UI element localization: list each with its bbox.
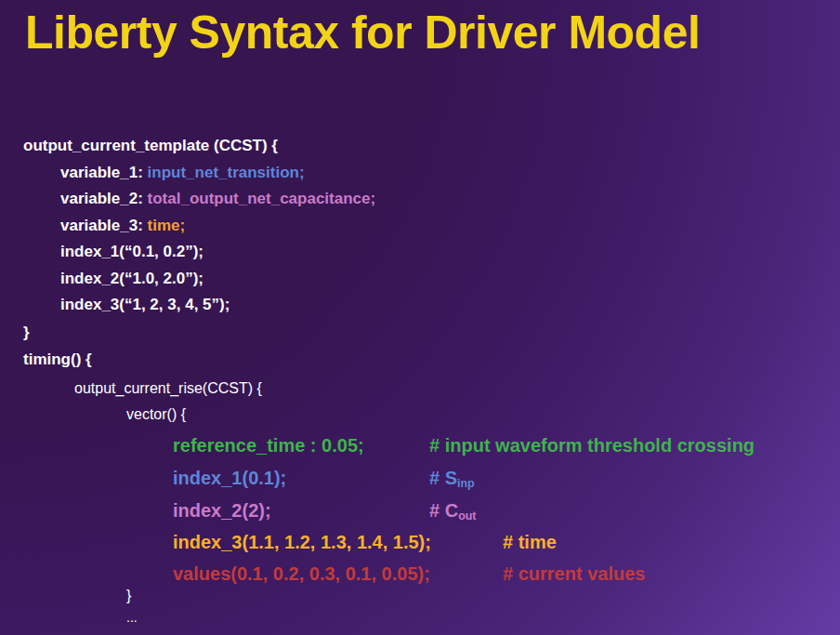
- code-comment: # input waveform threshold crossing: [429, 435, 755, 456]
- code-comment: # Cout: [429, 500, 476, 522]
- code-segment: index_2(“1.0, 2.0”);: [60, 270, 203, 287]
- code-text: reference_time : 0.05;: [173, 435, 364, 456]
- code-text: timing() {: [23, 351, 92, 369]
- code-text: output_current_template (CCST) {: [23, 137, 278, 155]
- code-text: index_1(“0.1, 0.2”);: [60, 243, 203, 261]
- code-segment: index_3(“1, 2, 3, 4, 5”);: [60, 296, 230, 313]
- code-segment: index_3(1.1, 1.2, 1.3, 1.4, 1.5);: [173, 532, 431, 552]
- code-text: variable_2: total_output_net_capacitance…: [60, 190, 375, 208]
- code-segment: variable_1:: [60, 164, 148, 181]
- code-text: values(0.1, 0.2, 0.3, 0.1, 0.05);: [173, 563, 430, 585]
- code-segment: total_output_net_capacitance;: [148, 190, 376, 207]
- code-subscript: out: [458, 509, 476, 523]
- slide: Liberty Syntax for Driver Model output_c…: [0, 0, 840, 635]
- code-segment: output_current_template (CCST) {: [23, 137, 278, 154]
- code-text: variable_3: time;: [60, 217, 185, 235]
- code-segment: reference_time : 0.05;: [173, 435, 364, 456]
- code-text: }: [23, 324, 30, 342]
- code-segment: # C: [429, 500, 458, 521]
- code-segment: index_2(2);: [173, 500, 271, 521]
- code-segment: }: [23, 324, 30, 341]
- code-text: index_2(2);: [173, 500, 271, 522]
- code-text: output_current_rise(CCST) {: [74, 380, 262, 397]
- code-segment: # time: [503, 532, 557, 552]
- code-segment: variable_2:: [60, 190, 148, 207]
- code-comment: # time: [503, 532, 557, 553]
- code-text: index_3(1.1, 1.2, 1.3, 1.4, 1.5);: [173, 532, 431, 553]
- code-comment: # current values: [503, 563, 645, 585]
- code-text: index_1(0.1);: [173, 468, 286, 489]
- code-segment: # current values: [503, 563, 645, 584]
- code-segment: timing() {: [23, 351, 92, 368]
- code-text: ...: [126, 610, 138, 625]
- code-segment: variable_3:: [60, 217, 148, 234]
- code-block: output_current_template (CCST) {variable…: [0, 0, 840, 635]
- code-text: index_2(“1.0, 2.0”);: [60, 270, 203, 288]
- code-segment: index_1(“0.1, 0.2”);: [60, 243, 203, 260]
- code-subscript: inp: [457, 477, 475, 490]
- code-text: variable_1: input_net_transition;: [60, 164, 305, 182]
- code-comment: # Sinp: [429, 468, 475, 489]
- code-segment: values(0.1, 0.2, 0.3, 0.1, 0.05);: [173, 563, 430, 584]
- code-segment: ...: [126, 610, 138, 625]
- code-segment: output_current_rise(CCST) {: [74, 380, 262, 396]
- code-segment: }: [126, 588, 131, 603]
- code-text: vector() {: [126, 406, 186, 423]
- code-segment: time;: [148, 217, 186, 234]
- code-segment: # S: [429, 468, 457, 488]
- code-text: }: [126, 588, 131, 604]
- code-text: index_3(“1, 2, 3, 4, 5”);: [60, 296, 230, 314]
- code-segment: vector() {: [126, 406, 186, 422]
- code-segment: index_1(0.1);: [173, 468, 286, 488]
- code-segment: input_net_transition;: [148, 164, 305, 181]
- code-segment: # input waveform threshold crossing: [429, 435, 755, 456]
